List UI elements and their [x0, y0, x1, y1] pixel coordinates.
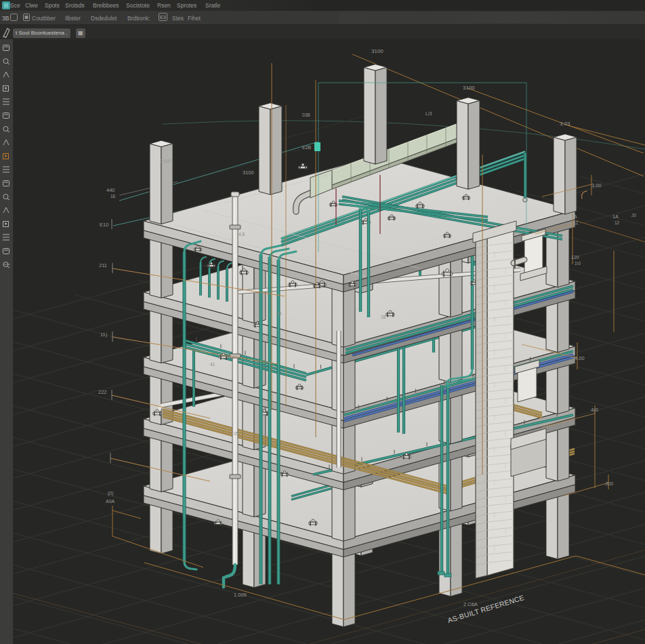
svg-text:E2B: E2B [302, 145, 312, 150]
svg-text:3.03: 3.03 [560, 121, 570, 127]
svg-text:41: 41 [210, 362, 215, 367]
svg-text:1.009: 1.009 [234, 592, 247, 598]
svg-text:3.00: 3.00 [591, 182, 602, 188]
svg-text:E10: E10 [100, 222, 108, 228]
svg-text:1\0: 1\0 [575, 261, 581, 266]
svg-text:1b: 1b [458, 449, 463, 454]
svg-text:3100: 3100 [243, 169, 254, 176]
svg-text:18: 18 [381, 315, 386, 319]
svg-text:1E: 1E [110, 194, 117, 199]
svg-text:1A: 1A [571, 214, 577, 219]
svg-text:L/3: L/3 [425, 111, 432, 116]
svg-text:4.8: 4.8 [238, 232, 245, 237]
svg-text:211: 211 [99, 262, 107, 268]
svg-text:1A: 1A [612, 214, 619, 219]
svg-text:3100: 3100 [371, 48, 383, 54]
svg-text:A0A: A0A [106, 499, 115, 504]
svg-text:J00: J00 [605, 481, 613, 487]
svg-text:3100: 3100 [160, 158, 171, 164]
svg-text:(0): (0) [108, 491, 114, 496]
svg-text:J0: J0 [631, 213, 636, 218]
svg-text:2 C6A: 2 C6A [463, 601, 478, 607]
svg-text:3100: 3100 [463, 85, 475, 91]
svg-text:4.00: 4.00 [575, 355, 585, 361]
svg-text:4(0: 4(0 [591, 407, 598, 413]
svg-text:E3: E3 [160, 15, 166, 20]
svg-text:11): 11) [100, 331, 108, 338]
svg-text:440: 440 [106, 187, 115, 193]
svg-text:05: 05 [234, 431, 239, 436]
svg-text:120: 120 [571, 255, 579, 260]
svg-text:03: 03 [276, 311, 282, 316]
svg-text:12: 12 [615, 220, 620, 225]
svg-text:12: 12 [573, 220, 579, 225]
svg-text:222: 222 [98, 389, 107, 395]
svg-text:038: 038 [302, 113, 310, 117]
